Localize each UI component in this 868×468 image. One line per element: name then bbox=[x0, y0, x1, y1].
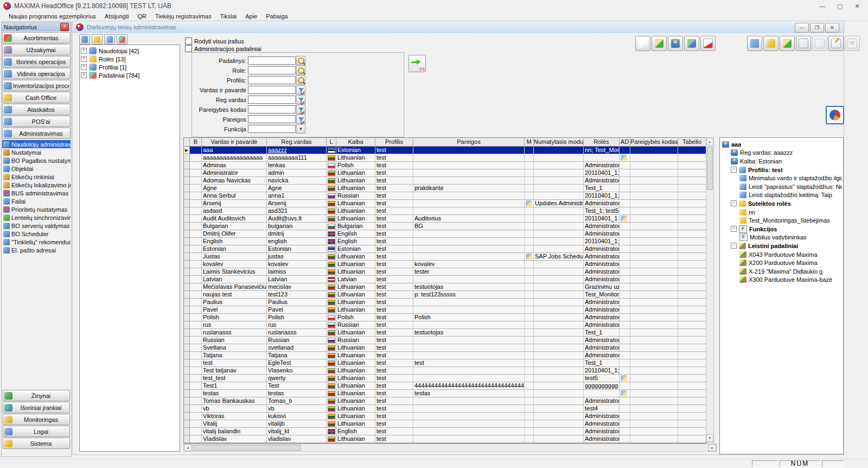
users-toolbar-button[interactable] bbox=[79, 34, 90, 45]
sidebar-item-objektai[interactable]: Objektai bbox=[2, 165, 71, 173]
nav-group-inynai[interactable]: Žinynai bbox=[3, 390, 70, 401]
key-toolbar-button[interactable] bbox=[92, 34, 103, 45]
detail-node-suteiktos-rol-s[interactable]: −Suteiktos rolės bbox=[721, 199, 842, 208]
table-row[interactable]: testEgleTestLithuaniantesttestTest_1 bbox=[184, 359, 706, 367]
nav-group-logai[interactable]: Logai bbox=[3, 426, 70, 437]
detail-node-mobilus-vadybininkas[interactable]: FMobilus vadybininkas bbox=[721, 233, 842, 242]
lookup-button[interactable] bbox=[296, 66, 305, 75]
menu-item-atsijungti[interactable]: Atsijungti bbox=[100, 12, 133, 20]
nav-group-administravimas[interactable]: Administravimas bbox=[2, 128, 71, 139]
org-toolbar-button[interactable] bbox=[117, 34, 127, 45]
tree-item-naudotojai-42[interactable]: +Naudotojai [42] bbox=[81, 47, 178, 55]
table-row[interactable]: ViktoraskukisviLithuaniantestAdministrat… bbox=[184, 413, 706, 420]
sidebar-item-prioritet-nustatymas[interactable]: Prioritetų nustatymas bbox=[2, 205, 71, 213]
sidebar-item-bus-administravimas[interactable]: BUS administravimas bbox=[2, 189, 71, 197]
users-button[interactable] bbox=[668, 36, 683, 51]
sidebar-item-etike-i-rinkiniai[interactable]: Etikečių rinkiniai bbox=[2, 173, 71, 181]
table-row[interactable]: rusrusRussiantestAdministrator bbox=[184, 321, 706, 329]
navigator-close-icon[interactable]: x bbox=[60, 23, 69, 31]
scroll-down-icon[interactable]: ▼ bbox=[706, 434, 713, 442]
collapse-icon[interactable]: − bbox=[731, 243, 737, 249]
scroll-left-icon[interactable]: ◄ bbox=[184, 444, 192, 451]
checkbox-icon[interactable] bbox=[185, 45, 192, 52]
vscroll-thumb[interactable] bbox=[707, 147, 713, 190]
table-row[interactable]: PavelPavelLithuaniantestAdministrator bbox=[184, 306, 706, 314]
table-row[interactable]: asdasdasd321LithuaniantestTest_1; test5 bbox=[184, 207, 706, 215]
table-row[interactable]: LatvianLatvianLatviantestAdministrator bbox=[184, 276, 706, 283]
lookup-button[interactable] bbox=[296, 56, 305, 65]
expand-icon[interactable]: + bbox=[81, 56, 87, 62]
sidebar-item-tinkleli-rekomenduoja[interactable]: "Tinklelių" rekomenduoja bbox=[2, 238, 71, 246]
table-row[interactable]: RussianRussianRussiantestAdministrator bbox=[184, 337, 706, 344]
detail-node-leisti-slapta-od-io-keitim-taip[interactable]: Leisti slaptažodžio keitimą: Taip bbox=[721, 191, 842, 200]
filter-button[interactable] bbox=[296, 95, 305, 104]
detail-node-nn[interactable]: nn bbox=[721, 208, 842, 217]
filter-button[interactable] bbox=[296, 115, 305, 124]
sidebar-item-bo-scheduler[interactable]: BO Scheduler bbox=[2, 230, 71, 238]
menu-item-pabaiga[interactable]: Pabaiga bbox=[261, 12, 292, 20]
nav-group-i-oriniai-rankiai[interactable]: Išoriniai įrankiai bbox=[3, 402, 70, 413]
detail-node-test-monitoringas-steb-jimas[interactable]: Test_Monitoringas_Stebėjimas bbox=[721, 216, 842, 225]
tree-upload-button[interactable] bbox=[684, 36, 699, 51]
menu-item-apie[interactable]: Apie bbox=[241, 12, 261, 20]
table-row[interactable]: Mečislavas PanasevičiusmecislavLithuania… bbox=[184, 283, 706, 291]
column-header-l[interactable]: L bbox=[327, 138, 336, 147]
padalinys-input[interactable] bbox=[248, 56, 296, 65]
users-grid[interactable]: BVardas ir pavardėReg.vardasLKalbaProfil… bbox=[183, 137, 707, 444]
administration-departments-checkbox[interactable]: Administracijos padaliniai bbox=[185, 45, 261, 52]
menu-item-tikslai[interactable]: Tikslai bbox=[215, 12, 241, 20]
sidebar-item-bo-serveri-valdymas[interactable]: BO serverių valdymas bbox=[2, 222, 71, 230]
detail-node-funkcijos[interactable]: −FFunkcijos bbox=[721, 225, 842, 233]
nav-group-ataskaitos[interactable]: Ataskaitos bbox=[2, 104, 71, 115]
nav-group-pos-ai[interactable]: POS'ai bbox=[2, 116, 71, 127]
sidebar-item-lenteli-sinchronizavimo[interactable]: Lentelių sinchronizavimo bbox=[2, 213, 71, 222]
column-header-pareigyb-s-kodas[interactable]: Pareigybės kodas bbox=[630, 138, 678, 147]
transfer-document-button[interactable] bbox=[700, 36, 716, 51]
departments-button[interactable] bbox=[747, 36, 762, 51]
table-row[interactable]: ruslanasssruslanasssLithuaniantesttestuo… bbox=[184, 329, 706, 337]
table-row[interactable]: VitalijvitalijbLithuaniantestAdministrat… bbox=[184, 420, 706, 428]
chart-button[interactable] bbox=[826, 106, 844, 124]
add-to-tree-button[interactable] bbox=[780, 36, 795, 51]
column-header-ad[interactable]: AD bbox=[620, 138, 630, 147]
profilis-input[interactable] bbox=[248, 76, 296, 84]
collapse-icon[interactable]: − bbox=[731, 200, 737, 206]
table-row[interactable]: Test1TestLithuaniantest44444444444444444… bbox=[184, 382, 706, 390]
table-row[interactable]: Anna Serbulanna1Russiantest20110401_1; bbox=[184, 192, 706, 200]
table-row[interactable]: VladislavvladislavLithuaniantestAdminist… bbox=[184, 435, 706, 443]
table-row[interactable]: ArsenijArsenijLithuaniantestUpdates Admi… bbox=[184, 200, 706, 207]
export-document-button[interactable] bbox=[635, 36, 650, 51]
table-row[interactable]: PauliusPauliusLithuaniantestAdministrato… bbox=[184, 299, 706, 306]
filter-button[interactable] bbox=[296, 105, 305, 114]
column-header-reg-vardas[interactable]: Reg.vardas bbox=[267, 138, 327, 147]
sidebar-item-etike-i-lokalizavimo-ran[interactable]: Etikečių lokalizavimo įran bbox=[2, 181, 71, 189]
dropdown-button[interactable]: ▼ bbox=[296, 124, 305, 134]
table-row[interactable]: Laimis StankeviciuslaimissLithuaniantest… bbox=[184, 268, 706, 276]
table-row[interactable]: AdminaslenkasPolishtestAdministrator bbox=[184, 162, 706, 169]
table-row[interactable]: testastestasLithuaniantesttestas bbox=[184, 390, 706, 397]
nav-group-asortimentas[interactable]: Asortimentas bbox=[2, 32, 71, 43]
column-header-pareigos[interactable]: Pareigos bbox=[413, 138, 525, 147]
sidebar-item-naudotoj-administravim[interactable]: Naudotojų administravim bbox=[2, 140, 71, 148]
filter-button[interactable] bbox=[296, 85, 305, 94]
detail-node-reg-vardas-aaazzz[interactable]: Reg.vardas: aaazzz bbox=[721, 149, 842, 157]
child-restore-button[interactable]: ❐ bbox=[810, 23, 824, 33]
nav-group-i-orin-s-operacijos[interactable]: Išorinės operacijos bbox=[2, 56, 71, 67]
refresh-button[interactable]: F5 bbox=[409, 55, 426, 72]
table-row[interactable]: PolishPolishPolishtestPolishAdministrato… bbox=[184, 314, 706, 321]
reg-vardas-input[interactable] bbox=[248, 96, 296, 104]
nav-group-monitoringas[interactable]: Monitoringas bbox=[3, 414, 70, 425]
column-header-numatytasis-modulis[interactable]: Numatytasis modulis bbox=[534, 138, 584, 147]
table-row[interactable]: JustasjustasLithuaniantestSAP Jobs Sched… bbox=[184, 253, 706, 261]
nav-group-cash-office[interactable]: Cash Office bbox=[2, 92, 71, 103]
scroll-up-icon[interactable]: ▲ bbox=[706, 138, 713, 146]
column-header-tabelio[interactable]: Tabelio bbox=[678, 138, 706, 147]
detail-node-x043-parduotuv-maxima[interactable]: X043 Parduotuvė Maxima bbox=[721, 250, 842, 259]
table-row[interactable]: Adomas NavickasnavickaLithuaniantestAdmi… bbox=[184, 177, 706, 185]
vardas-ir-pavard-input[interactable] bbox=[248, 86, 296, 94]
detail-node-x300-parduotuv-maxima-baz[interactable]: X300 Parduotuvė Maxima-bazė bbox=[721, 276, 842, 284]
detail-node-leistini-padaliniai[interactable]: −Leistini padaliniai bbox=[721, 242, 842, 250]
sidebar-item-bo-pagalbos-nustatymai[interactable]: BO Pagalbos nustatymai bbox=[2, 156, 71, 165]
checkbox-icon[interactable] bbox=[185, 37, 192, 45]
profile-toolbar-button[interactable] bbox=[104, 34, 115, 45]
